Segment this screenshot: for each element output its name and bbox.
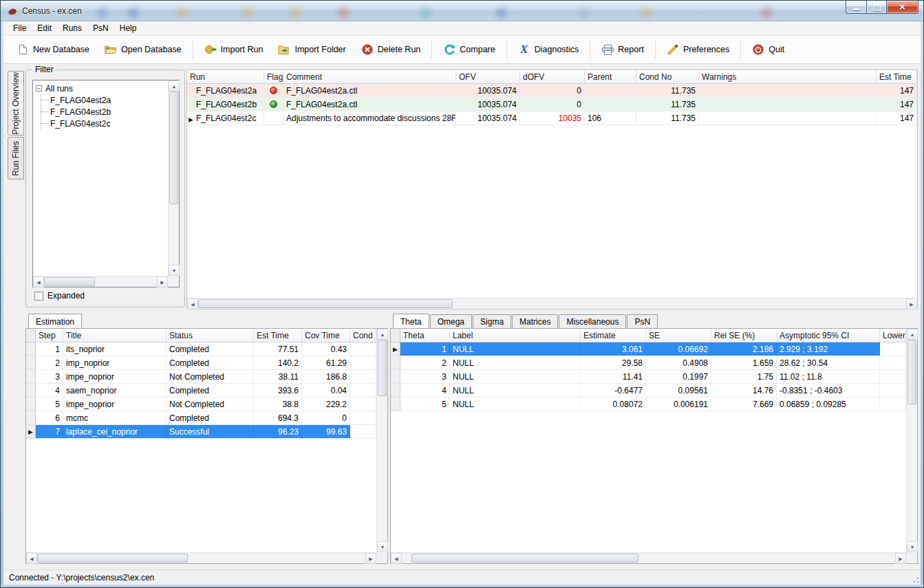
quit-button[interactable]: Quit	[744, 39, 792, 61]
scroll-down-button[interactable]	[377, 541, 388, 552]
col-header-step[interactable]: Step	[36, 329, 63, 342]
estimation-row[interactable]: 3 impe_noprior Not Completed 38.11 186.8	[26, 370, 376, 384]
run-table-row[interactable]: F_FLAG04est2c Adjustments to accommodate…	[187, 111, 917, 125]
scroll-track[interactable]	[402, 553, 895, 563]
theta-row[interactable]: 5 NULL 0.08072 0.006191 7.669 0.06859 ; …	[391, 398, 906, 411]
estimation-row[interactable]: 1 its_noprior Completed 77.51 0.43	[26, 342, 376, 356]
menu-help[interactable]: Help	[114, 22, 142, 34]
menu-psn[interactable]: PsN	[87, 22, 114, 34]
col-header-comment[interactable]: Comment	[283, 70, 456, 83]
theta-row[interactable]: 1 NULL 3.061 0.06692 2.186 2.929 ; 3.192	[391, 342, 906, 356]
tab-miscellaneous[interactable]: Miscellaneous	[559, 314, 626, 328]
estimation-row[interactable]: 4 saem_noprior Completed 393.6 0.04	[26, 384, 376, 398]
scroll-down-button[interactable]	[907, 541, 918, 552]
col-header-flag[interactable]: Flag	[264, 70, 283, 83]
tree-item-label[interactable]: F_FLAG04est2b	[50, 107, 111, 117]
row-selector[interactable]	[26, 425, 36, 438]
tab-estimation[interactable]: Estimation	[28, 314, 82, 328]
row-selector[interactable]	[391, 370, 400, 383]
scroll-down-button[interactable]	[169, 265, 180, 276]
col-header-est-time[interactable]: Est Time	[877, 70, 917, 83]
tree-vertical-scrollbar[interactable]	[168, 80, 179, 276]
scroll-up-button[interactable]	[907, 329, 918, 340]
side-tab-project-overview[interactable]: Project Overview	[8, 71, 24, 135]
col-header-ofv[interactable]: OFV	[456, 70, 520, 83]
diagnostics-button[interactable]: X Diagnostics	[511, 39, 587, 61]
col-header-status[interactable]: Status	[166, 329, 254, 342]
row-selector[interactable]	[26, 342, 36, 356]
row-selector[interactable]	[391, 384, 400, 397]
theta-vertical-scrollbar[interactable]	[906, 329, 917, 552]
scroll-track[interactable]	[44, 276, 157, 287]
row-selector[interactable]	[391, 398, 400, 411]
scroll-track[interactable]	[907, 340, 917, 541]
menu-edit[interactable]: Edit	[32, 22, 57, 34]
row-selector[interactable]	[391, 342, 400, 356]
tree-horizontal-scrollbar[interactable]	[33, 276, 168, 287]
row-selector[interactable]	[26, 370, 36, 383]
col-header-label[interactable]: Label	[450, 329, 581, 342]
col-header-se[interactable]: SE	[646, 329, 711, 342]
col-header-est-time[interactable]: Est Time	[254, 329, 302, 342]
theta-row[interactable]: 4 NULL -0.6477 0.09561 14.76 -0.8351 ; -…	[391, 384, 906, 398]
estimation-row[interactable]: 6 mcmc Completed 694.3 0	[26, 411, 376, 425]
row-selector[interactable]	[391, 356, 400, 369]
scroll-thumb[interactable]	[44, 277, 95, 286]
tree-item[interactable]: F_FLAG04est2b	[41, 106, 167, 118]
scroll-right-button[interactable]	[365, 553, 376, 564]
col-header-rel-se[interactable]: Rel SE (%)	[711, 329, 777, 342]
run-table-horizontal-scrollbar[interactable]	[187, 298, 917, 309]
tree-root-row[interactable]: All runs	[36, 83, 167, 94]
col-header-run[interactable]: Run	[187, 70, 264, 83]
col-header-dofv[interactable]: dOFV	[520, 70, 585, 83]
scroll-thumb[interactable]	[907, 340, 916, 404]
collapse-expander-icon[interactable]	[36, 85, 42, 91]
scroll-thumb[interactable]	[411, 554, 638, 563]
minimize-button[interactable]	[846, 1, 866, 14]
close-button[interactable]	[886, 1, 918, 14]
scroll-right-button[interactable]	[157, 276, 168, 287]
tree-item[interactable]: F_FLAG04est2a	[41, 94, 167, 106]
col-header-asymptotic-ci[interactable]: Asymptotic 95% CI	[777, 329, 880, 342]
tab-sigma[interactable]: Sigma	[473, 314, 511, 328]
scroll-thumb[interactable]	[378, 340, 387, 396]
scroll-thumb[interactable]	[198, 299, 453, 308]
tree-item[interactable]: F_FLAG04est2c	[41, 118, 167, 129]
scroll-thumb[interactable]	[37, 554, 188, 563]
side-tab-run-files[interactable]: Run Files	[8, 137, 24, 179]
menu-runs[interactable]: Runs	[57, 22, 87, 34]
import-folder-button[interactable]: Import Folder	[270, 39, 353, 61]
tab-matrices[interactable]: Matrices	[512, 314, 558, 328]
menu-file[interactable]: File	[8, 22, 32, 34]
scroll-up-button[interactable]	[169, 80, 180, 91]
tree-root-label[interactable]: All runs	[45, 84, 73, 94]
row-selector[interactable]	[26, 411, 36, 424]
preferences-button[interactable]: Preferences	[659, 39, 737, 61]
col-header-theta[interactable]: Theta	[400, 329, 450, 342]
scroll-thumb[interactable]	[169, 91, 178, 204]
estimation-row[interactable]: 7 laplace_cei_noprior Successful 96.23 9…	[26, 425, 376, 439]
scroll-left-button[interactable]	[26, 553, 37, 564]
scroll-track[interactable]	[169, 91, 179, 265]
theta-horizontal-scrollbar[interactable]	[391, 552, 906, 563]
scroll-left-button[interactable]	[33, 276, 44, 287]
tab-omega[interactable]: Omega	[430, 314, 472, 328]
new-database-button[interactable]: New Database	[9, 39, 97, 61]
compare-button[interactable]: Compare	[436, 39, 502, 61]
col-header-warnings[interactable]: Warnings	[699, 70, 877, 83]
col-header-parent[interactable]: Parent	[585, 70, 636, 83]
col-header-cond[interactable]: Cond	[350, 329, 376, 342]
col-header-cond-no[interactable]: Cond No	[636, 70, 699, 83]
scroll-right-button[interactable]	[906, 298, 917, 309]
run-table-row[interactable]: F_FLAG04est2a F_FLAG04est2a.ctl 10035.07…	[187, 84, 917, 98]
row-selector[interactable]	[26, 384, 36, 397]
title-bar[interactable]: Census - ex.cen	[1, 1, 923, 21]
estimation-row[interactable]: 5 impe_noprior Not Completed 38.8 229.2	[26, 398, 376, 411]
report-button[interactable]: Report	[594, 39, 652, 61]
row-selector[interactable]	[26, 398, 36, 411]
col-header-estimate[interactable]: Estimate	[581, 329, 646, 342]
run-table-row[interactable]: F_FLAG04est2b F_FLAG04est2a.ctl 10035.07…	[187, 98, 917, 111]
scroll-right-button[interactable]	[895, 553, 906, 564]
row-selector[interactable]	[26, 356, 36, 369]
tab-theta[interactable]: Theta	[393, 314, 429, 328]
